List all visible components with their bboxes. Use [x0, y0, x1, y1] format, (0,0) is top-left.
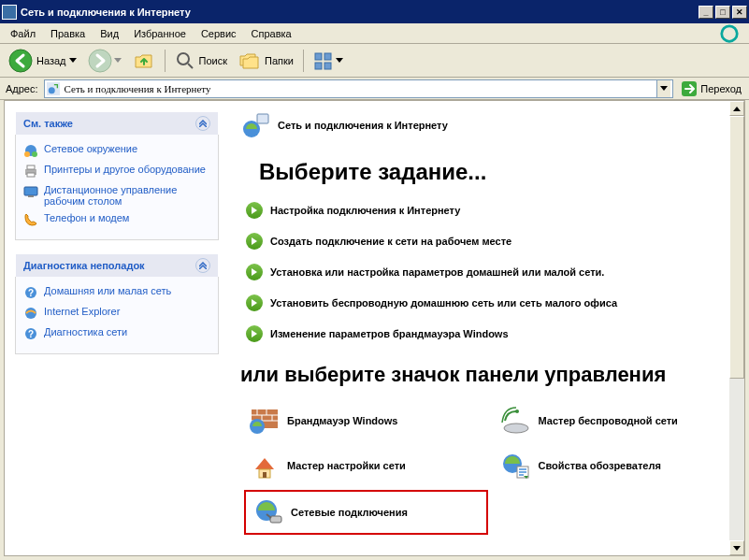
scroll-down-button[interactable] [729, 540, 744, 555]
svg-rect-6 [324, 53, 331, 60]
search-label: Поиск [199, 55, 227, 66]
menu-view[interactable]: Вид [94, 26, 125, 41]
category-title: Сеть и подключения к Интернету [278, 120, 448, 131]
arrow-right-icon [246, 294, 263, 311]
menu-edit[interactable]: Правка [44, 26, 92, 41]
svg-point-36 [515, 409, 519, 413]
cp-item-firewall[interactable]: Брандмауэр Windows [246, 402, 486, 439]
sidebar-item-home-net[interactable]: ? Домашняя или малая сеть [23, 282, 210, 303]
sidebar-item-net-diag[interactable]: ? Диагностика сети [23, 323, 210, 344]
go-label: Переход [700, 83, 742, 94]
search-icon [175, 50, 195, 71]
svg-text:?: ? [28, 329, 34, 339]
svg-rect-42 [270, 516, 281, 523]
svg-text:?: ? [28, 288, 34, 298]
wireless-wizard-icon [501, 406, 531, 436]
svg-rect-16 [27, 165, 35, 169]
taskbox-troubleshoot: Диагностика неполадок ? Домашняя или мал… [14, 252, 220, 355]
address-label: Адрес: [6, 83, 38, 94]
chevron-up-icon [195, 258, 210, 273]
close-button[interactable]: ✕ [732, 6, 747, 19]
chevron-up-icon [195, 116, 210, 131]
scroll-up-button[interactable] [729, 101, 744, 116]
network-connections-icon [253, 497, 283, 527]
svg-rect-26 [257, 114, 268, 123]
cp-item-network-wizard[interactable]: Мастер настройки сети [246, 447, 486, 484]
help-icon: ? [23, 285, 38, 300]
sidebar-item-network-places[interactable]: Сетевое окружение [23, 140, 210, 161]
go-icon [681, 80, 698, 97]
task-link-firewall-settings[interactable]: Изменение параметров брандмауэра Windows [246, 325, 737, 342]
scroll-track[interactable] [729, 116, 744, 540]
chevron-down-icon [114, 58, 122, 63]
cp-item-internet-options[interactable]: Свойства обозревателя [497, 447, 738, 484]
folders-label: Папки [265, 55, 294, 66]
address-bar: Адрес: Переход [0, 78, 749, 100]
svg-rect-18 [24, 187, 37, 195]
task-link-setup-internet[interactable]: Настройка подключения к Интернету [246, 202, 737, 219]
back-icon [8, 49, 33, 73]
toolbar: Назад Поиск Папки [0, 44, 749, 78]
taskbox-troubleshoot-header[interactable]: Диагностика неполадок [15, 253, 219, 277]
address-box[interactable] [44, 79, 674, 98]
menu-tools[interactable]: Сервис [194, 26, 243, 41]
back-label: Назад [36, 55, 66, 66]
chevron-down-icon [336, 58, 343, 63]
svg-point-1 [9, 50, 32, 72]
arrow-right-icon [246, 325, 263, 342]
svg-rect-7 [315, 63, 322, 69]
address-icon [47, 82, 60, 95]
svg-line-4 [188, 64, 193, 68]
toolbar-separator [165, 50, 166, 72]
vertical-scrollbar[interactable] [729, 101, 744, 555]
address-input[interactable] [63, 81, 655, 96]
title-bar: Сеть и подключения к Интернету _ □ ✕ [0, 0, 749, 23]
sidebar-item-printers[interactable]: Принтеры и другое оборудование [23, 161, 210, 181]
folder-up-icon [133, 50, 155, 72]
menu-help[interactable]: Справка [245, 26, 298, 41]
go-button[interactable]: Переход [677, 79, 745, 99]
back-button[interactable]: Назад [4, 46, 81, 76]
svg-point-35 [504, 424, 528, 433]
minimize-button[interactable]: _ [699, 6, 713, 19]
svg-rect-8 [324, 63, 331, 69]
taskbox-see-also-title: См. также [23, 118, 73, 129]
category-icon [240, 110, 270, 140]
taskbox-see-also-header[interactable]: См. также [15, 111, 219, 135]
views-icon [313, 50, 334, 71]
svg-point-3 [178, 53, 189, 65]
address-dropdown-button[interactable] [656, 80, 670, 97]
folders-button[interactable]: Папки [234, 48, 298, 74]
svg-rect-17 [27, 173, 35, 177]
svg-point-0 [722, 25, 738, 41]
maximize-button[interactable]: □ [715, 6, 730, 19]
cp-item-network-connections[interactable]: Сетевые подключения [246, 492, 486, 533]
main-panel: Сеть и подключения к Интернету Выберите … [229, 101, 744, 555]
menu-file[interactable]: Файл [4, 26, 42, 41]
svg-rect-38 [263, 472, 266, 478]
window-icon [2, 5, 17, 20]
task-link-workplace-connection[interactable]: Создать подключение к сети на рабочем ме… [246, 233, 737, 250]
sidebar-item-remote-desktop[interactable]: Дистанционное управление рабочим столом [23, 181, 210, 209]
left-panel: См. также Сетевое окружение Принтеры и д… [5, 101, 229, 555]
arrow-right-icon [246, 202, 263, 219]
folders-icon [238, 50, 261, 71]
cp-item-wireless-wizard[interactable]: Мастер беспроводной сети [497, 402, 738, 439]
search-button[interactable]: Поиск [170, 48, 232, 74]
menu-favorites[interactable]: Избранное [127, 26, 193, 41]
forward-button[interactable] [83, 46, 126, 76]
task-header: Выберите задание... [259, 159, 737, 185]
task-link-home-network-setup[interactable]: Установка или настройка параметров домаш… [246, 264, 737, 280]
sidebar-item-ie[interactable]: Internet Explorer [23, 303, 210, 323]
chevron-down-icon [69, 58, 77, 63]
taskbox-see-also: См. также Сетевое окружение Принтеры и д… [14, 110, 220, 241]
up-button[interactable] [128, 47, 160, 75]
phone-icon [23, 212, 38, 227]
cp-header: или выберите значок панели управления [240, 363, 737, 387]
task-link-wireless-setup[interactable]: Установить беспроводную домашнюю сеть ил… [246, 294, 737, 311]
scroll-thumb[interactable] [729, 116, 744, 379]
svg-point-13 [24, 151, 30, 157]
window-title: Сеть и подключения к Интернету [21, 7, 697, 18]
sidebar-item-phone-modem[interactable]: Телефон и модем [23, 209, 210, 230]
views-button[interactable] [309, 48, 348, 74]
